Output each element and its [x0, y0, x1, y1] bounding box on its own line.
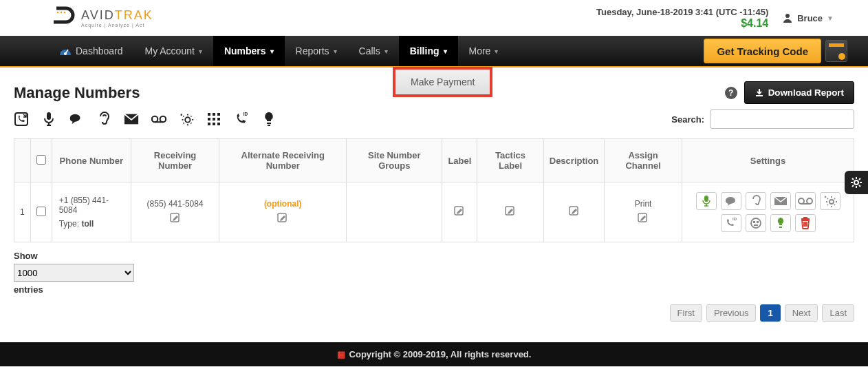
- search-input[interactable]: [710, 109, 854, 129]
- svg-point-10: [160, 116, 166, 122]
- page-footer: ▦Copyright © 2009-2019, All rights reser…: [0, 342, 868, 366]
- lightbulb-icon[interactable]: [261, 112, 276, 127]
- svg-point-2: [64, 12, 66, 14]
- receiving-number: (855) 441-5084: [137, 199, 213, 209]
- nav-billing[interactable]: Billing▾: [399, 36, 458, 66]
- pager-next[interactable]: Next: [785, 304, 818, 322]
- caret-down-icon: ▾: [384, 48, 388, 55]
- ear-icon[interactable]: [96, 112, 111, 127]
- svg-rect-14: [213, 113, 215, 116]
- get-tracking-code-button[interactable]: Get Tracking Code: [704, 39, 821, 63]
- setting-robot-icon[interactable]: [746, 214, 766, 232]
- caret-down-icon: ▾: [270, 48, 274, 55]
- user-icon: [782, 12, 793, 23]
- nav-my-account[interactable]: My Account▾: [134, 36, 213, 66]
- svg-rect-16: [208, 118, 210, 121]
- setting-delete-icon[interactable]: [795, 214, 816, 232]
- billing-submenu-make-payment[interactable]: Make Payment: [393, 67, 492, 97]
- chat-icon[interactable]: [69, 112, 84, 127]
- mail-icon[interactable]: [124, 112, 139, 127]
- row-checkbox[interactable]: [36, 207, 46, 216]
- settings-float-button[interactable]: [845, 171, 868, 194]
- header-datetime: Tuesday, June-18-2019 3:41 (UTC -11:45): [596, 7, 768, 17]
- col-description[interactable]: Description: [543, 139, 605, 182]
- col-receiving[interactable]: Receiving Number: [131, 139, 219, 182]
- setting-caller-id-icon[interactable]: ID: [721, 214, 741, 232]
- svg-point-12: [185, 117, 190, 122]
- col-alt-receiving[interactable]: Alternate Receiving Number: [219, 139, 347, 182]
- numbers-table: Phone Number Receiving Number Alternate …: [14, 138, 854, 242]
- svg-rect-39: [753, 221, 755, 223]
- svg-point-0: [57, 12, 59, 14]
- gear-sparkle-icon[interactable]: [179, 112, 194, 127]
- svg-rect-17: [213, 118, 215, 121]
- setting-ear-icon[interactable]: [746, 192, 766, 210]
- nav-more[interactable]: More▾: [458, 36, 510, 66]
- setting-mail-icon[interactable]: [770, 192, 791, 210]
- edit-icon[interactable]: [505, 206, 516, 217]
- svg-rect-42: [779, 227, 782, 228]
- col-phone[interactable]: Phone Number: [52, 139, 131, 182]
- svg-point-33: [799, 198, 804, 204]
- user-menu[interactable]: Bruce ▼: [782, 12, 834, 23]
- dashboard-icon: [59, 46, 72, 56]
- svg-rect-13: [208, 113, 210, 116]
- pager-last[interactable]: Last: [822, 304, 854, 322]
- edit-icon[interactable]: [277, 213, 288, 224]
- edit-icon[interactable]: [170, 213, 181, 224]
- footer-grid-icon: ▦: [337, 349, 345, 359]
- call-out-icon[interactable]: [14, 112, 29, 127]
- svg-rect-21: [217, 123, 220, 125]
- nav-reports[interactable]: Reports▾: [285, 36, 348, 66]
- user-name: Bruce: [797, 13, 823, 23]
- caret-down-icon: ▾: [444, 48, 447, 55]
- col-label[interactable]: Label: [442, 139, 477, 182]
- caller-id-icon[interactable]: ID: [234, 112, 249, 127]
- download-icon: [755, 88, 764, 98]
- setting-lightbulb-icon[interactable]: [770, 214, 791, 232]
- svg-text:ID: ID: [243, 112, 248, 116]
- svg-point-3: [785, 14, 790, 18]
- edit-icon[interactable]: [638, 213, 649, 224]
- col-assign-channel[interactable]: Assign Channel: [605, 139, 682, 182]
- pager-first[interactable]: First: [670, 304, 702, 322]
- microphone-icon[interactable]: [41, 112, 56, 127]
- caret-down-icon: ▼: [827, 14, 834, 22]
- pager-previous[interactable]: Previous: [706, 304, 757, 322]
- nav-calls[interactable]: Calls▾: [348, 36, 399, 66]
- svg-point-43: [854, 180, 858, 185]
- svg-point-1: [61, 12, 63, 14]
- entries-label: entries: [14, 284, 854, 295]
- nav-dashboard[interactable]: Dashboard: [48, 36, 134, 66]
- edit-icon[interactable]: [454, 206, 465, 217]
- svg-rect-20: [213, 123, 215, 125]
- caret-down-icon: ▾: [199, 48, 202, 55]
- col-tactics[interactable]: Tactics Label: [477, 139, 543, 182]
- table-row: 1 +1 (855) 441-5084 Type: toll (855) 441…: [14, 182, 854, 242]
- window-shortcut-icon[interactable]: [825, 40, 847, 62]
- svg-rect-23: [267, 123, 271, 124]
- page-title: Manage Numbers: [14, 84, 140, 102]
- phone-number: +1 (855) 441-5084: [59, 196, 125, 215]
- setting-microphone-icon[interactable]: [696, 192, 717, 210]
- setting-gear-sparkle-icon[interactable]: [820, 192, 840, 210]
- brand-logo[interactable]: AVIDTRAK Acquire | Analyze | Act: [48, 6, 153, 30]
- help-icon[interactable]: ?: [725, 87, 737, 99]
- select-all-checkbox[interactable]: [36, 155, 46, 165]
- setting-voicemail-icon[interactable]: [795, 192, 816, 210]
- voicemail-icon[interactable]: [151, 112, 166, 127]
- search-label: Search:: [671, 114, 704, 125]
- col-site-groups[interactable]: Site Number Groups: [347, 139, 442, 182]
- nav-numbers[interactable]: Numbers▾: [213, 36, 285, 66]
- header-balance: $4.14: [596, 17, 768, 30]
- setting-chat-icon[interactable]: [721, 192, 741, 210]
- dialpad-icon[interactable]: [206, 112, 221, 127]
- pager-page-1[interactable]: 1: [760, 304, 780, 322]
- svg-point-9: [152, 116, 158, 122]
- svg-rect-18: [217, 118, 220, 121]
- logo-mark-icon: [48, 6, 77, 30]
- show-entries-select[interactable]: 1000: [14, 264, 134, 282]
- brand-subtitle: Acquire | Analyze | Act: [81, 23, 153, 28]
- edit-icon[interactable]: [569, 206, 580, 217]
- download-report-button[interactable]: Download Report: [744, 81, 854, 104]
